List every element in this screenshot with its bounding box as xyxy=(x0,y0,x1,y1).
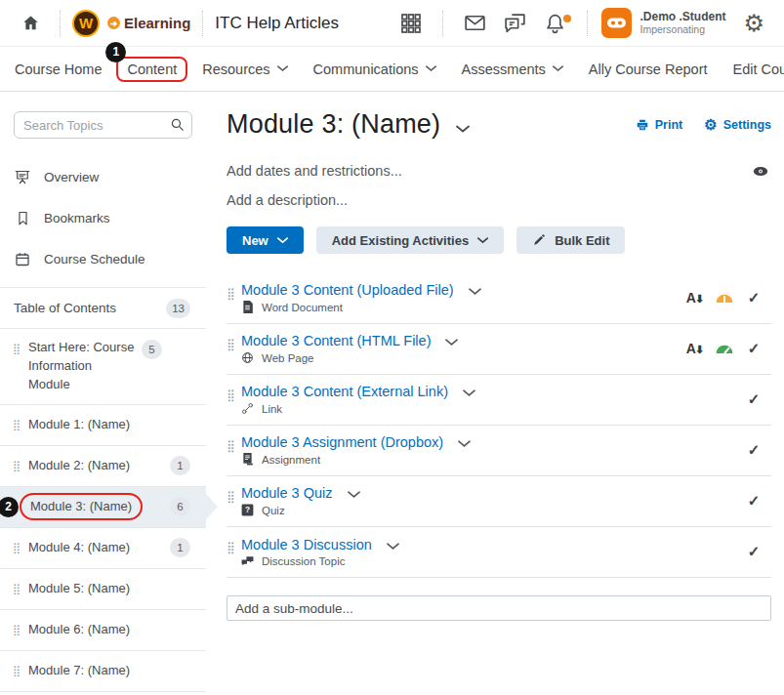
item-title-link[interactable]: Module 3 Quiz xyxy=(241,485,333,501)
page-title: ITC Help Articles xyxy=(215,14,339,33)
sidebar-item-overview[interactable]: Overview xyxy=(0,156,206,197)
nav-content[interactable]: 1 Content xyxy=(116,57,187,82)
chat-icon[interactable] xyxy=(495,11,535,35)
notification-dot xyxy=(563,15,571,22)
content-item-external-link: ⣿ Module 3 Content (External Link) Link xyxy=(227,375,771,426)
accessible-formats-icon[interactable]: A⬇ xyxy=(686,290,704,306)
sidebar-item-course-schedule[interactable]: Course Schedule xyxy=(0,238,206,279)
content-item-discussion: ⣿ Module 3 Discussion Discussion Topic xyxy=(227,527,771,578)
completion-check-icon: ✓ xyxy=(748,289,761,307)
drag-handle-icon[interactable]: ⣿ xyxy=(227,287,241,301)
item-type-label: Discussion Topic xyxy=(262,555,345,567)
home-icon[interactable] xyxy=(14,14,48,32)
pencil-icon xyxy=(532,233,546,247)
settings-button[interactable]: ⚙ Settings xyxy=(704,117,771,132)
sidebar-module-7[interactable]: ⣿ Module 7: (Name) xyxy=(0,651,206,691)
item-type-label: Link xyxy=(262,403,282,415)
link-icon xyxy=(241,402,254,415)
search-input[interactable] xyxy=(14,111,192,139)
nav-communications[interactable]: Communications xyxy=(313,61,436,77)
gear-icon[interactable]: ⚙ xyxy=(735,12,772,35)
drag-handle-icon[interactable]: ⣿ xyxy=(13,624,28,636)
sidebar-module-start-here[interactable]: ⣿ Start Here: Course Information Module … xyxy=(0,329,206,404)
item-actions-chevron-icon[interactable] xyxy=(348,491,360,499)
topic-count-badge: 13 xyxy=(166,299,190,318)
sidebar-module-6[interactable]: ⣿ Module 6: (Name) xyxy=(0,610,206,650)
ally-score-gauge-green-icon[interactable] xyxy=(710,343,739,354)
web-page-globe-icon xyxy=(241,351,254,364)
drag-handle-icon[interactable]: ⣿ xyxy=(227,490,241,504)
item-title-link[interactable]: Module 3 Discussion xyxy=(241,537,372,552)
divider xyxy=(587,11,588,36)
brand[interactable]: W ➜ Elearning xyxy=(72,10,190,37)
drag-handle-icon[interactable]: ⣿ xyxy=(13,343,28,355)
discussion-icon xyxy=(241,555,254,567)
nav-ally-course-report[interactable]: Ally Course Report xyxy=(589,61,708,77)
sidebar-module-5[interactable]: ⣿ Module 5: (Name) xyxy=(0,569,206,609)
item-type-label: Word Document xyxy=(262,302,343,313)
user-status: Impersonating xyxy=(640,23,725,35)
printer-icon xyxy=(636,118,649,132)
nav-resources[interactable]: Resources xyxy=(202,61,287,77)
app-grid-icon[interactable] xyxy=(392,12,431,35)
add-submodule-input[interactable] xyxy=(227,595,771,621)
content-item-assignment-dropbox: ⣿ Module 3 Assignment (Dropbox) Assignme… xyxy=(227,426,771,476)
topic-count-badge: 1 xyxy=(170,456,190,475)
visibility-eye-icon[interactable] xyxy=(752,165,769,178)
completion-check-icon: ✓ xyxy=(748,492,761,510)
item-title-link[interactable]: Module 3 Assignment (Dropbox) xyxy=(241,434,443,450)
notifications-bell-icon[interactable] xyxy=(535,11,575,35)
bookmark-icon xyxy=(14,209,31,227)
top-bar: W ➜ Elearning ITC Help Articles xyxy=(0,0,784,46)
sidebar-table-of-contents[interactable]: Table of Contents 13 xyxy=(0,288,206,328)
chevron-down-icon xyxy=(477,237,488,244)
drag-handle-icon[interactable]: ⣿ xyxy=(13,419,28,431)
divider xyxy=(202,11,203,36)
chevron-down-icon xyxy=(426,65,436,72)
item-actions-chevron-icon[interactable] xyxy=(463,389,475,397)
drag-handle-icon[interactable]: ⣿ xyxy=(13,583,28,595)
nav-edit-course[interactable]: Edit Course xyxy=(732,61,784,77)
sidebar-module-1[interactable]: ⣿ Module 1: (Name) xyxy=(0,405,206,445)
item-actions-chevron-icon[interactable] xyxy=(445,339,458,347)
add-existing-activities-button[interactable]: Add Existing Activities xyxy=(316,226,504,254)
course-nav: Course Home 1 Content Resources Communic… xyxy=(0,46,784,92)
user-menu[interactable]: .Demo .Student Impersonating xyxy=(601,8,725,38)
drag-handle-icon[interactable]: ⣿ xyxy=(227,439,241,453)
item-title-link[interactable]: Module 3 Content (External Link) xyxy=(241,384,448,399)
topic-count-badge: 1 xyxy=(170,538,190,557)
new-button[interactable]: New xyxy=(227,226,304,254)
bulk-edit-button[interactable]: Bulk Edit xyxy=(516,226,625,254)
item-title-link[interactable]: Module 3 Content (Uploaded File) xyxy=(241,282,454,298)
drag-handle-icon[interactable]: ⣿ xyxy=(13,460,28,472)
gear-icon: ⚙ xyxy=(704,117,717,132)
item-actions-chevron-icon[interactable] xyxy=(387,543,399,551)
brightspace-app: W ➜ Elearning ITC Help Articles xyxy=(0,0,784,695)
module-items-list: ⣿ Module 3 Content (Uploaded File) Word … xyxy=(227,273,771,578)
nav-course-home[interactable]: Course Home xyxy=(15,61,102,77)
item-actions-chevron-icon[interactable] xyxy=(469,288,481,296)
accessible-formats-icon[interactable]: A⬇ xyxy=(686,341,704,356)
avatar xyxy=(601,8,632,38)
drag-handle-icon[interactable]: ⣿ xyxy=(227,388,241,402)
sidebar-module-3-selected[interactable]: ⣿ 2 Module 3: (Name) 6 xyxy=(0,487,206,527)
drag-handle-icon[interactable]: ⣿ xyxy=(227,338,241,351)
drag-handle-icon[interactable]: ⣿ xyxy=(227,541,241,554)
email-icon[interactable] xyxy=(455,11,495,35)
item-title-link[interactable]: Module 3 Content (HTML File) xyxy=(241,333,431,348)
nav-assessments[interactable]: Assessments xyxy=(462,61,563,77)
module-actions-chevron-icon[interactable] xyxy=(456,125,470,134)
drag-handle-icon[interactable]: ⣿ xyxy=(13,542,28,554)
search-icon[interactable] xyxy=(169,116,186,133)
item-actions-chevron-icon[interactable] xyxy=(458,440,471,448)
ally-score-gauge-orange-icon[interactable] xyxy=(710,292,739,304)
sidebar-module-4[interactable]: ⣿ Module 4: (Name) 1 xyxy=(0,528,206,568)
add-dates-restrictions[interactable]: Add dates and restrictions... xyxy=(227,163,402,179)
print-button[interactable]: Print xyxy=(636,117,682,132)
completion-check-icon: ✓ xyxy=(748,543,761,560)
sidebar-module-2[interactable]: ⣿ Module 2: (Name) 1 xyxy=(0,446,206,486)
drag-handle-icon[interactable]: ⣿ xyxy=(13,665,28,677)
add-description[interactable]: Add a description... xyxy=(227,192,348,208)
sidebar-item-bookmarks[interactable]: Bookmarks xyxy=(0,197,206,238)
content-sidebar: Overview Bookmarks Course Schedule Table… xyxy=(0,92,206,695)
